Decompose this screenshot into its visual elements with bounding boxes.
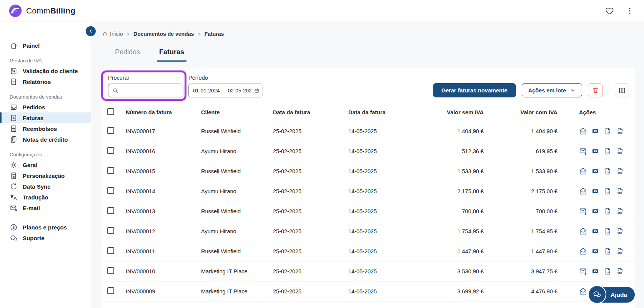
row-actions: XML [564, 147, 630, 155]
view-action-button[interactable] [591, 147, 599, 155]
export-action-button[interactable] [604, 247, 612, 255]
email-action-button[interactable] [579, 187, 587, 195]
batch-actions-button[interactable]: Ações em lote [522, 83, 582, 97]
cell-due-date: 14-05-2025 [348, 208, 417, 214]
sidebar-item-pedidos[interactable]: Pedidos [0, 102, 91, 112]
table-row: INV/000016Ayumu Hirano25-02-202514-05-20… [102, 141, 635, 161]
xml-action-button[interactable]: XML [616, 207, 624, 215]
xml-action-button[interactable]: XML [616, 147, 624, 155]
row-checkbox[interactable] [107, 227, 114, 234]
breadcrumb-section[interactable]: Documentos de vendas [133, 31, 194, 37]
export-action-button[interactable] [604, 127, 612, 135]
search-field[interactable] [108, 84, 183, 97]
tab-faturas[interactable]: Faturas [157, 48, 186, 62]
sidebar-item-notas-de-credito[interactable]: Notas de crédito [0, 134, 91, 145]
tab-pedidos[interactable]: Pedidos [113, 48, 142, 62]
xml-action-button[interactable]: XML [616, 187, 624, 195]
help-chat-icon [588, 285, 606, 304]
sidebar-collapse-button[interactable] [86, 26, 96, 36]
cell-due-date: 14-05-2025 [348, 268, 417, 275]
sidebar-item-planos-e-precos[interactable]: €Planos e preços [0, 222, 91, 233]
email-action-button[interactable] [579, 267, 587, 275]
customize-icon [10, 172, 18, 180]
sidebar-item-data-sync[interactable]: Data Sync [0, 181, 91, 192]
view-action-button[interactable] [591, 227, 599, 235]
sidebar-item-traducao[interactable]: Tradução [0, 192, 91, 203]
help-button[interactable]: Ajuda [591, 287, 635, 303]
view-action-button[interactable] [591, 167, 599, 175]
email-action-button[interactable] [579, 147, 587, 155]
cell-gross-value: 619,95 € [491, 148, 564, 154]
export-action-button[interactable] [604, 207, 612, 215]
sidebar-item-label: Suporte [23, 235, 45, 241]
cell-net-value: 1.533,90 € [417, 168, 491, 174]
email-action-button[interactable] [579, 167, 587, 175]
trash-icon [592, 87, 599, 94]
row-checkbox[interactable] [107, 187, 114, 194]
svg-text:XML: XML [617, 192, 623, 194]
sidebar-item-relatorios[interactable]: Relatórios [0, 76, 91, 87]
xml-action-button[interactable]: XML [616, 227, 624, 235]
cell-invoice-date: 25-02-2025 [273, 288, 348, 295]
view-action-button[interactable] [591, 247, 599, 255]
mail-send-icon [579, 147, 587, 155]
email-action-button[interactable] [579, 207, 587, 215]
kebab-menu-icon[interactable] [626, 7, 634, 15]
view-action-button[interactable] [591, 127, 599, 135]
sidebar-section-label: Documentos de vendas [0, 94, 91, 102]
row-checkbox[interactable] [107, 247, 114, 254]
sidebar-item-validacao-do-cliente[interactable]: Validação do cliente [0, 65, 91, 76]
column-settings-button[interactable] [615, 83, 629, 97]
xml-action-button[interactable]: XML [616, 167, 624, 175]
sidebar-item-reembolsos[interactable]: Reembolsos [0, 123, 91, 134]
sidebar-nav: PainelGestão de IVAValidação do clienteR… [0, 40, 91, 243]
favorites-heart-icon[interactable] [605, 7, 614, 15]
row-checkbox[interactable] [107, 287, 114, 294]
invoice-icon: € [10, 114, 18, 122]
xml-action-button[interactable]: XML [616, 127, 624, 135]
mail-send-icon [579, 207, 587, 215]
cell-invoice-number: INV/000013 [126, 208, 201, 214]
row-checkbox[interactable] [107, 127, 114, 134]
period-range-field[interactable]: 01-01-2024 — 02-05-202 [188, 84, 263, 97]
period-label: Período [188, 75, 263, 81]
xml-icon: XML [616, 227, 624, 235]
export-action-button[interactable] [604, 147, 612, 155]
export-action-button[interactable] [604, 227, 612, 235]
breadcrumb-home[interactable]: Início [102, 31, 123, 37]
export-action-button[interactable] [604, 267, 612, 275]
xml-action-button[interactable]: XML [616, 247, 624, 255]
export-action-button[interactable] [604, 187, 612, 195]
row-checkbox[interactable] [107, 207, 114, 214]
row-checkbox[interactable] [107, 267, 114, 274]
cell-invoice-number: INV/000014 [126, 188, 201, 194]
cell-client: Ayumu Hirano [201, 188, 273, 194]
view-action-button[interactable] [591, 187, 599, 195]
select-all-checkbox[interactable] [107, 108, 114, 115]
export-action-button[interactable] [604, 167, 612, 175]
email-action-button[interactable] [579, 287, 587, 295]
header-actions: Ações [564, 109, 630, 116]
table-row: INV/000017Russell Winfield25-02-202514-0… [102, 121, 635, 141]
sidebar-item-e-mail[interactable]: E-mail [0, 203, 91, 213]
sidebar-item-geral[interactable]: Geral [0, 159, 91, 170]
sidebar-item-painel[interactable]: Painel [0, 40, 91, 51]
row-actions: XML [564, 247, 630, 255]
row-checkbox[interactable] [107, 147, 114, 154]
search-input[interactable] [121, 87, 179, 94]
sidebar-item-faturas[interactable]: €Faturas [0, 112, 91, 123]
view-action-button[interactable] [591, 207, 599, 215]
email-action-button[interactable] [579, 227, 587, 235]
row-checkbox[interactable] [107, 167, 114, 174]
sidebar-item-suporte[interactable]: Suporte [0, 233, 91, 243]
delete-button[interactable] [588, 83, 603, 97]
xml-action-button[interactable]: XML [616, 267, 624, 275]
email-action-button[interactable] [579, 247, 587, 255]
sidebar-item-label: Faturas [23, 115, 43, 121]
email-action-button[interactable] [579, 127, 587, 135]
view-icon [591, 207, 599, 215]
sidebar-item-personalizacao[interactable]: Personalização [0, 170, 91, 181]
cell-net-value: 700,00 € [417, 208, 491, 214]
regenerate-invoices-button[interactable]: Gerar faturas novamente [433, 83, 516, 97]
view-action-button[interactable] [591, 267, 599, 275]
